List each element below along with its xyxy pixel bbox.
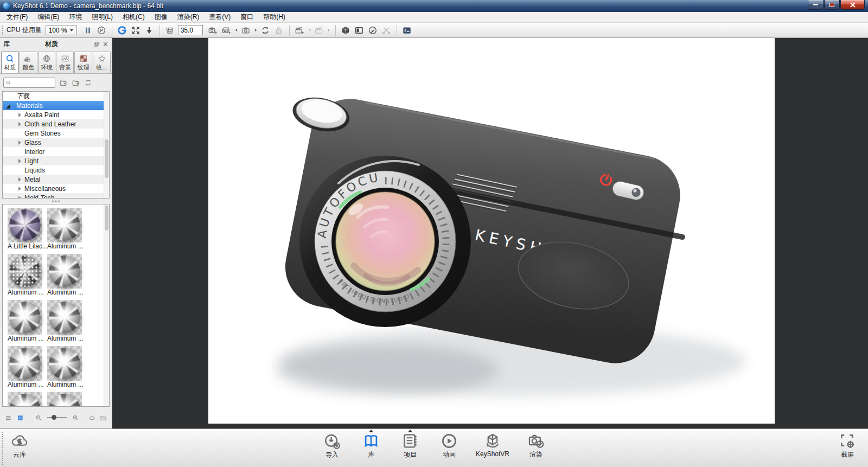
thumbnail-larger-button[interactable]: [72, 414, 79, 422]
material-thumb[interactable]: Aluminum ...: [47, 254, 82, 297]
next-camera-button[interactable]: [253, 23, 259, 37]
dock-item-render[interactable]: 渲染: [524, 429, 548, 467]
dock-item-screenshot[interactable]: 截屏: [835, 429, 860, 459]
refresh-library-button[interactable]: [84, 79, 92, 87]
add-folder-button[interactable]: [59, 79, 67, 87]
collapsed-arrow-icon[interactable]: [18, 159, 21, 163]
search-input[interactable]: [11, 80, 53, 86]
tree-item-light[interactable]: Light: [3, 156, 104, 165]
tab-environments[interactable]: 环境: [38, 52, 56, 73]
tree-item-cloth-and-leather[interactable]: Cloth and Leather: [3, 119, 104, 129]
expanded-arrow-icon[interactable]: [6, 104, 10, 108]
tree-item-gem-stones[interactable]: Gem Stones: [3, 129, 104, 138]
tree-item-miscellaneous[interactable]: Miscellaneous: [3, 184, 104, 193]
material-thumb[interactable]: Aluminum ...: [8, 346, 42, 389]
menu-item-window[interactable]: 窗口: [235, 11, 258, 23]
tree-item-metal[interactable]: Metal: [3, 175, 104, 184]
tree-item-mold-tech[interactable]: Mold-Tech: [3, 193, 104, 199]
collapsed-arrow-icon[interactable]: [18, 196, 21, 199]
tab-textures[interactable]: 纹理: [74, 52, 92, 73]
thumbnail-smaller-button[interactable]: [35, 414, 42, 422]
add-keyframe-button[interactable]: [293, 23, 307, 37]
camera-reset-button[interactable]: [259, 23, 272, 37]
collapsed-arrow-icon[interactable]: [18, 113, 21, 117]
tree-scrollbar-thumb[interactable]: [105, 139, 108, 178]
menu-item-lighting[interactable]: 照明(L): [87, 11, 118, 23]
menu-item-environment[interactable]: 环境: [64, 11, 87, 23]
float-panel-icon[interactable]: [93, 41, 99, 47]
cpu-usage-dropdown[interactable]: 100 %: [46, 25, 77, 35]
thumbs-scrollbar[interactable]: [104, 204, 109, 406]
menu-item-file[interactable]: 文件(F): [2, 11, 33, 23]
tree-item-liquids[interactable]: Liquids: [3, 165, 104, 175]
dock-item-animation[interactable]: 动画: [437, 429, 462, 467]
collapsed-arrow-icon[interactable]: [18, 187, 21, 191]
close-button[interactable]: [840, 0, 865, 10]
menu-item-edit[interactable]: 编辑(E): [33, 11, 64, 23]
dock-item-cloud-library[interactable]: 云库: [7, 429, 32, 459]
material-thumb[interactable]: Aluminum ...: [8, 254, 42, 297]
material-thumb[interactable]: Aluminum ...: [47, 346, 82, 389]
restore-button[interactable]: [824, 0, 840, 10]
add-multi-camera-button[interactable]: [220, 23, 233, 37]
material-thumb[interactable]: Aluminum ...: [8, 392, 42, 407]
minimize-button[interactable]: [808, 0, 824, 10]
focal-length-input[interactable]: [178, 25, 203, 35]
material-thumb[interactable]: Aluminum ...: [8, 300, 42, 343]
import-folder-button[interactable]: [72, 79, 80, 87]
upload-cloud-button[interactable]: [88, 414, 95, 422]
tab-materials[interactable]: 材质: [1, 52, 19, 73]
tab-backplates[interactable]: 背景: [56, 52, 74, 73]
tab-colors[interactable]: 颜色: [20, 52, 37, 73]
material-thumb[interactable]: Aluminum ...: [47, 208, 82, 251]
geometry-view-button[interactable]: [339, 23, 353, 37]
open-library-folder-button[interactable]: [100, 414, 107, 422]
scripting-console-button[interactable]: [400, 23, 414, 37]
material-template-button[interactable]: [366, 23, 380, 37]
dock-item-import[interactable]: 导入: [320, 429, 344, 467]
thumbs-scrollbar-thumb[interactable]: [105, 206, 108, 231]
dock-item-keyshotvr[interactable]: KeyShotVR: [476, 429, 509, 467]
realtime-viewport[interactable]: KEYSHOT: [112, 38, 868, 428]
menu-item-image[interactable]: 图像: [150, 11, 173, 23]
menu-item-view[interactable]: 查看(V): [204, 11, 235, 23]
material-thumb[interactable]: Aluminum ...: [47, 392, 82, 407]
collapsed-arrow-icon[interactable]: [18, 177, 21, 182]
menu-item-camera[interactable]: 相机(C): [118, 11, 150, 23]
perspective-button[interactable]: [163, 23, 177, 37]
fullscreen-button[interactable]: [129, 23, 143, 37]
thumbnail-size-slider[interactable]: [47, 417, 67, 418]
tree-item-downloads[interactable]: 下载: [3, 92, 104, 101]
pause-button[interactable]: [81, 23, 95, 37]
prev-keyframe-button[interactable]: [307, 23, 312, 37]
collapsed-arrow-icon[interactable]: [18, 122, 21, 126]
menu-item-render[interactable]: 渲染(R): [173, 11, 205, 23]
tab-favorites[interactable]: 收...: [93, 52, 111, 73]
camera-lock-button[interactable]: [272, 23, 286, 37]
dock-item-project[interactable]: 项目: [398, 429, 423, 467]
tree-item-interior[interactable]: Interior: [3, 147, 104, 156]
denoise-button[interactable]: [380, 23, 393, 37]
slider-knob[interactable]: [52, 415, 56, 420]
realtime-render-toggle[interactable]: [116, 23, 129, 37]
add-camera-button[interactable]: [206, 23, 220, 37]
close-panel-icon[interactable]: [103, 41, 108, 47]
search-box[interactable]: [3, 78, 55, 88]
tree-item-glass[interactable]: Glass: [3, 138, 104, 147]
list-view-button[interactable]: [5, 414, 12, 422]
menu-item-help[interactable]: 帮助(H): [258, 11, 290, 23]
keyframe-button[interactable]: [312, 23, 326, 37]
material-thumb[interactable]: A Little Lilac...: [8, 208, 42, 251]
region-render-button[interactable]: [353, 23, 366, 37]
collapsed-arrow-icon[interactable]: [18, 140, 21, 145]
render-canvas[interactable]: KEYSHOT: [208, 38, 775, 424]
grid-view-button[interactable]: [17, 414, 24, 422]
prev-camera-button[interactable]: [233, 23, 239, 37]
panel-splitter[interactable]: [0, 199, 112, 204]
tree-item-materials[interactable]: Materials: [3, 101, 104, 110]
tree-scrollbar[interactable]: [104, 92, 109, 198]
save-screenshot-button[interactable]: [143, 23, 156, 37]
dock-item-library[interactable]: 库: [359, 429, 384, 467]
performance-mode-button[interactable]: [95, 23, 108, 37]
tree-item-axalta-paint[interactable]: Axalta Paint: [3, 110, 104, 119]
